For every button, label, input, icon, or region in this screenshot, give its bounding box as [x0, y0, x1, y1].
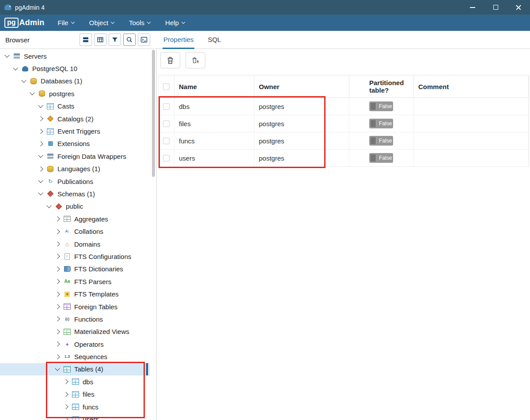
chevron-down-icon[interactable]: [13, 65, 18, 70]
chevron-down-icon[interactable]: [38, 153, 43, 158]
tree-item-users[interactable]: users: [0, 413, 156, 420]
tree-item-materialized-views[interactable]: Materialized Views: [0, 326, 156, 338]
chevron-right-icon[interactable]: [55, 241, 60, 246]
pgadmin-logo: pg Admin: [4, 18, 45, 28]
partitioned-toggle[interactable]: False: [369, 136, 393, 146]
column-header-name[interactable]: Name: [174, 75, 254, 98]
delete-button[interactable]: [160, 52, 180, 68]
tree-item-extensions[interactable]: Extensions: [0, 138, 156, 150]
cell-name: dbs: [174, 98, 254, 115]
chevron-right-icon[interactable]: [55, 317, 60, 322]
tree-item-operators[interactable]: +Operators: [0, 338, 156, 350]
chevron-right-icon[interactable]: [55, 304, 60, 309]
tab-sql[interactable]: SQL: [207, 31, 222, 49]
chevron-down-icon[interactable]: [38, 103, 43, 108]
tree-item-databases-1[interactable]: Databases (1): [0, 75, 156, 87]
tree-item-event-triggers[interactable]: Event Triggers: [0, 125, 156, 137]
chevron-right-icon[interactable]: [55, 279, 60, 284]
tree-item-label: Tables (4): [74, 365, 103, 373]
table-row-dbs[interactable]: dbspostgresFalse: [159, 98, 529, 115]
tree-item-tables-4[interactable]: Tables (4): [0, 363, 156, 375]
menu-file[interactable]: File: [58, 19, 74, 26]
maximize-button[interactable]: [484, 0, 507, 15]
tree-item-collations[interactable]: A↓Collations: [0, 225, 156, 237]
partitioned-toggle[interactable]: False: [369, 101, 393, 111]
row-checkbox[interactable]: [163, 120, 170, 127]
tree-item-servers[interactable]: Servers: [0, 50, 156, 62]
table-row-users[interactable]: userspostgresFalse: [159, 150, 529, 167]
menu-tools[interactable]: Tools: [129, 19, 150, 26]
chevron-right-icon[interactable]: [55, 229, 60, 234]
column-header-comment[interactable]: Comment: [414, 75, 529, 98]
tree-item-postgres[interactable]: postgres: [0, 87, 156, 100]
menu-object[interactable]: Object: [89, 19, 114, 26]
tree-item-files[interactable]: files: [0, 388, 156, 401]
tree-item-public[interactable]: public: [0, 200, 156, 213]
tree-item-functions[interactable]: (ε)Functions: [0, 313, 156, 325]
partitioned-toggle[interactable]: False: [369, 119, 393, 128]
tree-item-postgresql-10[interactable]: PostgreSQL 10: [0, 62, 156, 75]
chevron-right-icon[interactable]: [55, 329, 60, 334]
chevron-right-icon[interactable]: [63, 379, 68, 384]
tree-item-dbs[interactable]: dbs: [0, 375, 156, 388]
minimize-button[interactable]: [461, 0, 484, 15]
row-checkbox[interactable]: [163, 103, 170, 110]
chevron-right-icon[interactable]: [55, 342, 60, 347]
terminal-icon-button[interactable]: [138, 34, 150, 46]
close-button[interactable]: [507, 0, 530, 15]
chevron-right-icon[interactable]: [55, 292, 60, 296]
tree-item-schemas-1[interactable]: Schemas (1): [0, 188, 156, 200]
grid-icon-button[interactable]: [94, 34, 106, 46]
tree-item-sequences[interactable]: 1.3Sequences: [0, 350, 156, 363]
chevron-right-icon[interactable]: [63, 392, 68, 397]
tree-item-label: FTS Configurations: [74, 253, 131, 260]
chevron-right-icon[interactable]: [38, 116, 43, 121]
tree-item-fts-dictionaries[interactable]: FTS Dictionaries: [0, 263, 156, 275]
column-header-partitioned-table[interactable]: Partitioned table?: [349, 75, 414, 98]
row-checkbox[interactable]: [163, 155, 170, 161]
chevron-down-icon[interactable]: [38, 191, 43, 195]
menu-help[interactable]: Help: [165, 19, 185, 26]
search-icon-button[interactable]: [123, 34, 136, 46]
select-all-checkbox[interactable]: [163, 83, 170, 90]
chevron-right-icon[interactable]: [38, 141, 43, 146]
chevron-right-icon[interactable]: [38, 166, 43, 171]
tree-item-fts-configurations[interactable]: FTS Configurations: [0, 250, 156, 262]
chevron-right-icon[interactable]: [38, 129, 43, 134]
tree-item-languages-1[interactable]: Languages (1): [0, 163, 156, 175]
chevron-right-icon[interactable]: [55, 217, 60, 221]
drop-cascade-button[interactable]: [186, 52, 205, 68]
partitioned-toggle[interactable]: False: [369, 153, 393, 163]
tree-item-domains[interactable]: ⌂Domains: [0, 238, 156, 250]
chevron-right-icon[interactable]: [55, 254, 60, 259]
tree-item-fts-templates[interactable]: aFTS Templates: [0, 288, 156, 300]
chevron-down-icon[interactable]: [21, 78, 26, 82]
tree-item-publications[interactable]: ↻Publications: [0, 175, 156, 188]
chevron-down-icon[interactable]: [38, 178, 43, 183]
tree-item-funcs[interactable]: funcs: [0, 401, 156, 413]
tree-item-catalogs-2[interactable]: Catalogs (2): [0, 112, 156, 125]
tab-properties[interactable]: Properties: [163, 31, 194, 49]
chevron-right-icon[interactable]: [55, 266, 60, 271]
chevron-down-icon[interactable]: [55, 366, 60, 371]
chevron-right-icon[interactable]: [63, 404, 68, 409]
tree-item-aggregates[interactable]: Aggregates: [0, 213, 156, 225]
toggle-label: False: [379, 138, 392, 144]
table-row-funcs[interactable]: funcspostgresFalse: [159, 132, 529, 150]
chevron-down-icon[interactable]: [4, 53, 9, 58]
chevron-down-icon[interactable]: [30, 90, 34, 95]
row-checkbox[interactable]: [163, 138, 170, 144]
tree-item-foreign-data-wrappers[interactable]: Foreign Data Wrappers: [0, 150, 156, 162]
tree-item-casts[interactable]: Casts: [0, 100, 156, 112]
chevron-down-icon[interactable]: [46, 203, 51, 208]
database-stack-icon-button[interactable]: [80, 34, 92, 46]
tree-item-label: postgres: [49, 90, 75, 98]
tree-scrollbar[interactable]: [152, 50, 155, 177]
filter-icon-button[interactable]: [109, 34, 121, 46]
tree-item-fts-parsers[interactable]: AaFTS Parsers: [0, 275, 156, 288]
tree-item-foreign-tables[interactable]: Foreign Tables: [0, 300, 156, 313]
column-header-owner[interactable]: Owner: [254, 75, 349, 98]
table-row-files[interactable]: filespostgresFalse: [159, 115, 529, 132]
chevron-right-icon[interactable]: [63, 417, 68, 420]
chevron-right-icon[interactable]: [55, 354, 60, 359]
